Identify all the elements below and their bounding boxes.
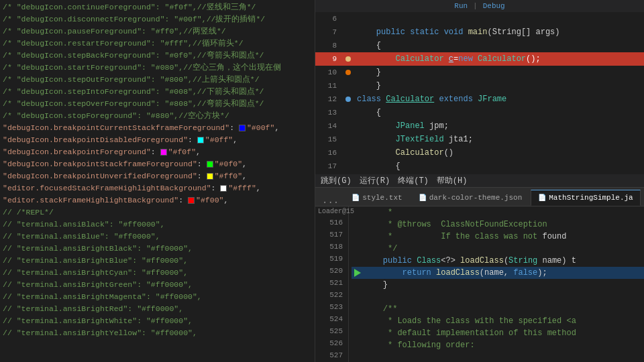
line-number-527: 527 xyxy=(315,349,348,361)
bottom-code-line-520: public Class<?> loadClass(String name) t xyxy=(352,255,644,267)
line-content: class Calculator extends JFrame xyxy=(354,93,644,106)
bottom-code-line-524: /** xyxy=(352,303,644,315)
line-number-522: 522 xyxy=(315,289,348,301)
separator: | xyxy=(473,2,478,10)
bottom-code-line-516: * xyxy=(352,206,644,219)
run-label[interactable]: Run xyxy=(454,2,468,10)
line-content: Calculator() xyxy=(354,146,644,160)
line-number: 17 xyxy=(315,160,342,173)
menu-item-terminal[interactable]: 终端(T) xyxy=(398,175,429,186)
line-content: } xyxy=(354,66,644,79)
code-line: // "terminal.ansiBlack": "#ff0000", xyxy=(3,219,312,231)
bottom-code-line-525: * Loads the class with the specified <a xyxy=(352,315,644,327)
bottom-code-line-526: * default implementation of this method xyxy=(352,327,644,339)
main-area: /* "debugIcon.continueForeground": "#f0f… xyxy=(0,0,644,362)
run-debug-bar: Run | Debug xyxy=(315,0,644,12)
code-line: // "terminal.ansiBrightWhite": "#ff0000"… xyxy=(3,315,312,327)
tab-label: MathStringSimple.ja xyxy=(549,194,633,202)
top-code-area: Run | Debug 6 7 public static void main(… xyxy=(315,0,644,174)
line-number: 18 xyxy=(315,173,342,174)
found-text: found xyxy=(542,232,566,241)
line-content: public static void main(String[] args) xyxy=(354,25,644,39)
code-line: "debugIcon.breakpointUnverifiedForegroun… xyxy=(3,170,312,182)
line-gutter xyxy=(342,56,354,62)
code-line: "debugIcon.breakpointForeground": "#f0f"… xyxy=(3,146,312,158)
right-panel: Run | Debug 6 7 public static void main(… xyxy=(315,0,644,362)
breakpoint-dot xyxy=(345,56,351,62)
tab-label: dark-color-theme.json xyxy=(429,194,523,202)
editor-line-11: 11 } xyxy=(315,79,644,93)
file-icon: 📄 xyxy=(352,194,360,202)
editor-line-10: 10 } xyxy=(315,66,644,79)
line-number: 10 xyxy=(315,66,342,79)
code-line: /* "debugIcon.stopForeground": "#880",//… xyxy=(3,110,312,122)
editor-line-6: 6 xyxy=(315,12,644,25)
line-number-524: 524 xyxy=(315,313,348,325)
line-number: 8 xyxy=(315,39,342,52)
code-line: // "terminal.ansiBrightMagenta": "#ff000… xyxy=(3,291,312,303)
line-number: 16 xyxy=(315,146,342,160)
line-number-523: 523 xyxy=(315,301,348,313)
tab-style-txt[interactable]: 📄 style.txt xyxy=(344,190,409,206)
line-number-525: 525 xyxy=(315,325,348,337)
bottom-editor: Loader@15 516 517 518 519 520 521 522 52… xyxy=(315,206,644,362)
code-line: /* "debugIcon.pauseForeground": "#ff0",/… xyxy=(3,25,312,38)
code-line: // "terminal.ansiBrightBlue": "#ff0000", xyxy=(3,255,312,267)
line-number: 13 xyxy=(315,106,342,119)
bottom-menu-bar: 跳到(G) 运行(R) 终端(T) 帮助(H) xyxy=(315,174,644,188)
bottom-code-line-517: * @throws ClassNotFoundException xyxy=(352,219,644,231)
line-gutter xyxy=(352,269,364,277)
code-line: // "terminal.ansiBrightYellow": "#ff0000… xyxy=(3,327,312,339)
line-number: 6 xyxy=(315,12,342,25)
tab-math-string-simple[interactable]: 📄 MathStringSimple.ja xyxy=(531,190,640,206)
code-line: "debugIcon.breakpointDisabledForeground"… xyxy=(3,134,312,146)
line-number: 7 xyxy=(315,25,342,39)
editor-line-12: 12 class Calculator extends JFrame xyxy=(315,93,644,106)
tab-dark-color-theme[interactable]: 📄 dark-color-theme.json xyxy=(411,190,530,206)
bottom-code-line-518: * If the class was not found xyxy=(352,231,644,243)
line-number: 15 xyxy=(315,133,342,146)
line-content: JPanel jpm; xyxy=(354,119,644,133)
bottom-code-line-519: */ xyxy=(352,243,644,255)
line-content: { xyxy=(354,106,644,119)
code-line: // "terminal.ansiBlue": "#ff0000", xyxy=(3,231,312,243)
line-gutter xyxy=(342,70,354,75)
menu-item-goto[interactable]: 跳到(G) xyxy=(321,175,352,186)
code-line: "debugIcon.breakpointCurrentStackframeFo… xyxy=(3,122,312,134)
menu-item-help[interactable]: 帮助(H) xyxy=(437,175,468,186)
line-number-518: 518 xyxy=(315,241,348,253)
line-content: { xyxy=(354,160,644,173)
code-line: /* "debugIcon.stepOutForeground": "#800"… xyxy=(3,74,312,86)
debug-label[interactable]: Debug xyxy=(483,2,505,10)
code-line: /* "debugIcon.stepIntoForeground": "#008… xyxy=(3,86,312,98)
line-content: jpm=new JPanel(); xyxy=(354,173,644,174)
breakpoint-dot xyxy=(345,70,351,75)
line-number-517: 517 xyxy=(315,229,348,241)
code-line: // "terminal.ansiBrightBlack": "#ff0000"… xyxy=(3,243,312,255)
line-content: JTextField jta1; xyxy=(354,133,644,146)
tab-more-button[interactable]: ... xyxy=(318,195,343,206)
code-line: /* "debugIcon.stepOverForeground": "#808… xyxy=(3,98,312,110)
tab-bar: ... 📄 style.txt 📄 dark-color-theme.json … xyxy=(315,188,644,206)
bottom-code-area: * * @throws ClassNotFoundException * If … xyxy=(349,206,644,362)
bottom-code-line-523 xyxy=(352,291,644,303)
line-number-516: 516 xyxy=(315,217,348,229)
menu-item-run[interactable]: 运行(R) xyxy=(360,175,390,186)
code-editor-top: 6 7 public static void main(String[] arg… xyxy=(315,12,644,174)
code-line: /* "debugIcon.disconnectForeground": "#0… xyxy=(3,13,312,25)
line-number: 11 xyxy=(315,79,342,93)
code-line: // "terminal.ansiBrightRed": "#ff0000", xyxy=(3,303,312,315)
code-line: // "terminal.ansiBrightGreen": "#ff0000"… xyxy=(3,279,312,291)
line-number: 12 xyxy=(315,93,342,106)
loader-label: Loader@15 xyxy=(315,206,348,217)
editor-line-16: 16 Calculator() xyxy=(315,146,644,160)
current-line-arrow xyxy=(354,269,361,277)
line-number-521: 521 xyxy=(315,277,348,289)
code-line: /* "debugIcon.continueForeground": "#f0f… xyxy=(3,1,312,13)
editor-line-8: 8 { xyxy=(315,39,644,52)
line-number: 14 xyxy=(315,119,342,133)
editor-line-7: 7 public static void main(String[] args) xyxy=(315,25,644,39)
code-line: "editor.focusedStackFrameHighlightBackgr… xyxy=(3,182,312,194)
file-icon: 📄 xyxy=(419,194,427,202)
line-number-520: 520 xyxy=(315,265,348,277)
